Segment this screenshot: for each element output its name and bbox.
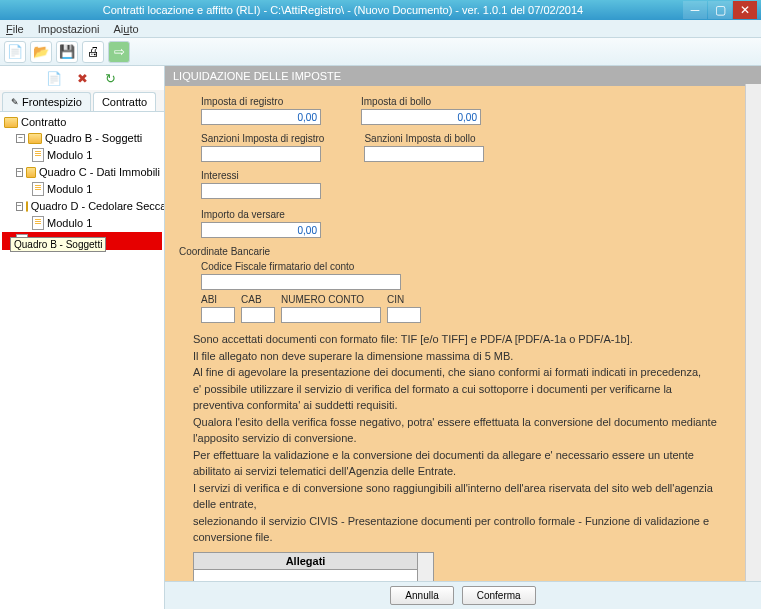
input-importo-versare[interactable]: [201, 222, 321, 238]
sidebar-tabs: ✎Frontespizio Contratto: [0, 90, 164, 112]
input-cab[interactable]: [241, 307, 275, 323]
label-abi: ABI: [201, 294, 235, 305]
label-imposta-bollo: Imposta di bollo: [361, 96, 481, 107]
folder-icon: [26, 201, 28, 212]
input-sanzioni-bollo[interactable]: [364, 146, 484, 162]
label-imposta-registro: Imposta di registro: [201, 96, 321, 107]
label-cf: Codice Fiscale firmatario del conto: [201, 261, 401, 272]
folder-icon: [28, 133, 42, 144]
toolbar: 📄 📂 💾 🖨 ⇨: [0, 38, 761, 66]
label-cab: CAB: [241, 294, 275, 305]
allegati-scrollbar[interactable]: [418, 552, 434, 582]
input-imposta-bollo[interactable]: [361, 109, 481, 125]
label-numero-conto: NUMERO CONTO: [281, 294, 381, 305]
collapse-icon[interactable]: −: [16, 202, 23, 211]
panel-header: LIQUIDAZIONE DELLE IMPOSTE: [165, 66, 761, 86]
label-sanzioni-bollo: Sanzioni Imposta di bollo: [364, 133, 484, 144]
vertical-scrollbar[interactable]: [745, 84, 761, 581]
input-sanzioni-registro[interactable]: [201, 146, 321, 162]
tree-qc-modulo1[interactable]: Modulo 1: [2, 180, 162, 198]
side-delete-icon[interactable]: ✖: [73, 69, 91, 87]
tab-frontespizio[interactable]: ✎Frontespizio: [2, 92, 91, 111]
tree-qb-modulo1[interactable]: Modulo 1: [2, 146, 162, 164]
label-sanzioni-registro: Sanzioni Imposta di registro: [201, 133, 324, 144]
tree-qd-modulo1[interactable]: Modulo 1: [2, 214, 162, 232]
export-icon[interactable]: ⇨: [108, 41, 130, 63]
tooltip: Quadro B - Soggetti: [10, 237, 106, 252]
sidebar: 📄 ✖ ↻ ✎Frontespizio Contratto Contratto …: [0, 66, 165, 609]
input-cin[interactable]: [387, 307, 421, 323]
print-icon[interactable]: 🖨: [82, 41, 104, 63]
input-numero-conto[interactable]: [281, 307, 381, 323]
folder-icon: [4, 117, 18, 128]
form-area: Imposta di registro Imposta di bollo San…: [165, 86, 761, 581]
input-abi[interactable]: [201, 307, 235, 323]
page-icon: [32, 148, 44, 162]
label-cin: CIN: [387, 294, 421, 305]
label-coordinate-bancarie: Coordinate Bancarie: [179, 246, 725, 257]
footer: Annulla Conferma: [165, 581, 761, 609]
new-icon[interactable]: 📄: [4, 41, 26, 63]
input-cf[interactable]: [201, 274, 401, 290]
input-imposta-registro[interactable]: [201, 109, 321, 125]
label-importo-versare: Importo da versare: [201, 209, 321, 220]
page-icon: [32, 182, 44, 196]
allegati-body: [194, 570, 417, 582]
menu-impostazioni[interactable]: Impostazioni: [38, 23, 100, 35]
info-text: Sono accettati documenti con formato fil…: [193, 331, 725, 546]
allegati-list[interactable]: Allegati: [193, 552, 418, 582]
open-icon[interactable]: 📂: [30, 41, 52, 63]
annulla-button[interactable]: Annulla: [390, 586, 453, 605]
close-button[interactable]: ✕: [733, 1, 757, 19]
side-refresh-icon[interactable]: ↻: [101, 69, 119, 87]
allegati-header: Allegati: [194, 553, 417, 570]
minimize-button[interactable]: ─: [683, 1, 707, 19]
page-icon: [32, 216, 44, 230]
input-interessi[interactable]: [201, 183, 321, 199]
collapse-icon[interactable]: −: [16, 168, 23, 177]
side-add-icon[interactable]: 📄: [45, 69, 63, 87]
content: LIQUIDAZIONE DELLE IMPOSTE Imposta di re…: [165, 66, 761, 609]
menubar: File Impostazioni Aiuto: [0, 20, 761, 38]
menu-aiuto[interactable]: Aiuto: [114, 23, 139, 35]
label-interessi: Interessi: [201, 170, 321, 181]
tree-quadro-b[interactable]: − Quadro B - Soggetti: [2, 130, 162, 146]
window-title: Contratti locazione e affitto (RLI) - C:…: [4, 4, 682, 16]
tree-quadro-c[interactable]: − Quadro C - Dati Immobili: [2, 164, 162, 180]
save-icon[interactable]: 💾: [56, 41, 78, 63]
folder-icon: [26, 167, 36, 178]
conferma-button[interactable]: Conferma: [462, 586, 536, 605]
tree: Contratto Quadro B - Soggetti − Quadro B…: [0, 112, 164, 609]
tree-quadro-d[interactable]: − Quadro D - Cedolare Secca: [2, 198, 162, 214]
collapse-icon[interactable]: −: [16, 134, 25, 143]
menu-file[interactable]: File: [6, 23, 24, 35]
maximize-button[interactable]: ▢: [708, 1, 732, 19]
titlebar: Contratti locazione e affitto (RLI) - C:…: [0, 0, 761, 20]
tab-contratto[interactable]: Contratto: [93, 92, 156, 111]
tree-root[interactable]: Contratto: [2, 114, 162, 130]
